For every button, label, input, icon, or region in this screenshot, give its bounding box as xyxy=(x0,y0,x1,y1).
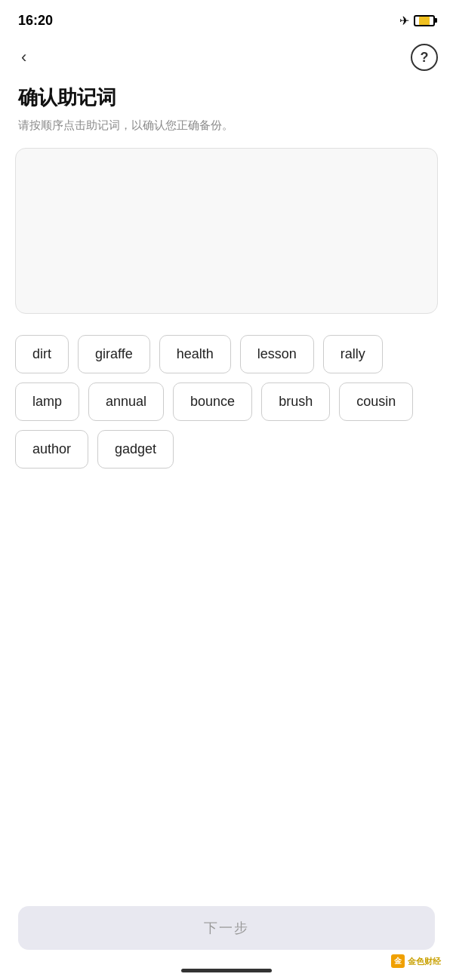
header-section: 确认助记词 请按顺序点击助记词，以确认您正确备份。 xyxy=(0,77,453,148)
help-button[interactable]: ? xyxy=(411,44,438,71)
battery-icon xyxy=(414,15,435,26)
word-chip-dirt[interactable]: dirt xyxy=(15,335,69,373)
home-indicator xyxy=(181,969,272,972)
word-chip-annual[interactable]: annual xyxy=(88,382,164,421)
word-chip-cousin[interactable]: cousin xyxy=(339,382,413,421)
nav-bar: ‹ ? xyxy=(0,38,453,77)
battery-fill xyxy=(419,17,430,25)
status-bar: 16:20 ✈ xyxy=(0,0,453,38)
words-grid: dirtgiraffehealthlessonrallylampannualbo… xyxy=(15,335,438,468)
next-button[interactable]: 下一步 xyxy=(18,906,435,950)
back-button[interactable]: ‹ xyxy=(15,45,32,70)
status-time: 16:20 xyxy=(18,13,53,29)
mnemonic-display-area xyxy=(15,148,438,314)
status-icons: ✈ xyxy=(399,14,435,28)
page-title: 确认助记词 xyxy=(18,84,435,111)
watermark-icon: 金 xyxy=(391,954,405,968)
watermark: 金 金色财经 xyxy=(391,954,441,968)
words-section: dirtgiraffehealthlessonrallylampannualbo… xyxy=(0,314,453,484)
word-chip-brush[interactable]: brush xyxy=(261,382,330,421)
word-chip-bounce[interactable]: bounce xyxy=(173,382,252,421)
word-chip-author[interactable]: author xyxy=(15,430,88,468)
airplane-icon: ✈ xyxy=(399,14,409,28)
word-chip-gadget[interactable]: gadget xyxy=(97,430,174,468)
page-subtitle: 请按顺序点击助记词，以确认您正确备份。 xyxy=(18,117,435,133)
word-chip-giraffe[interactable]: giraffe xyxy=(78,335,150,373)
word-chip-health[interactable]: health xyxy=(159,335,231,373)
watermark-text: 金色财经 xyxy=(408,956,441,967)
word-chip-lamp[interactable]: lamp xyxy=(15,382,79,421)
footer: 下一步 xyxy=(0,894,453,980)
word-chip-lesson[interactable]: lesson xyxy=(240,335,314,373)
word-chip-rally[interactable]: rally xyxy=(323,335,383,373)
